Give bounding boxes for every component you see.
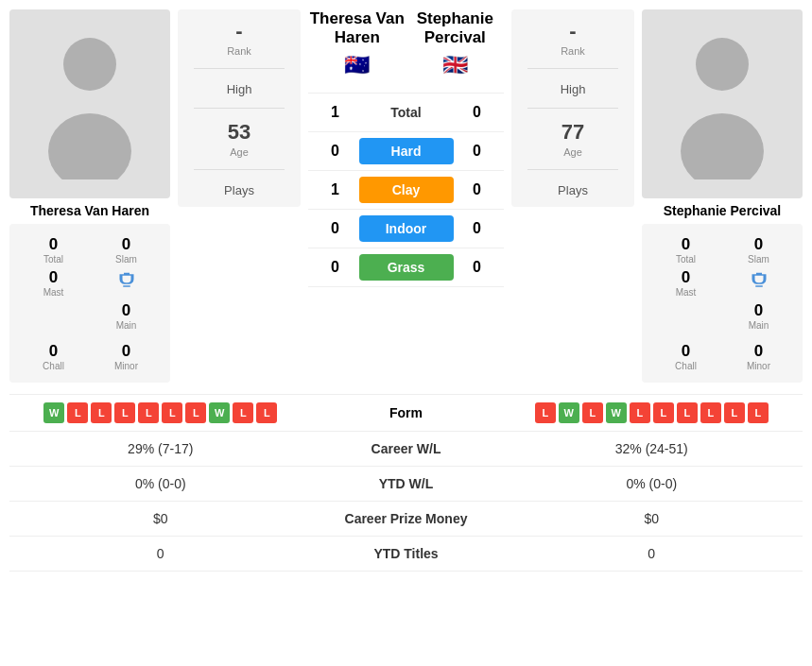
clay-button[interactable]: Clay [359,177,454,203]
prize-label: Career Prize Money [312,511,501,526]
career-wl-row: 29% (7-17) Career W/L 32% (24-51) [9,431,803,466]
form-badge-l: L [724,402,745,423]
ytd-wl-label: YTD W/L [312,476,501,491]
right-trophy [726,268,791,298]
left-flag: 🇦🇺 [308,53,406,77]
svg-point-2 [696,38,749,91]
form-badge-w: W [43,402,64,423]
left-ytd-titles: 0 [9,546,312,561]
hard-row: 0 Hard 0 [308,132,504,171]
form-badge-l: L [233,402,253,423]
form-badge-w: W [606,402,627,423]
form-label: Form [312,405,501,420]
svg-point-3 [681,113,764,179]
hard-button[interactable]: Hard [359,138,454,164]
grass-row: 0 Grass 0 [308,248,504,287]
left-career-wl: 29% (7-17) [9,441,312,456]
right-player-photo [642,9,803,198]
right-stat-chall: 0 Chall [653,342,718,371]
prize-row: $0 Career Prize Money $0 [9,501,803,536]
left-rank-item: - Rank [182,19,296,57]
right-stats-grid-2: 0 Chall 0 Minor [646,336,799,377]
form-badge-l: L [535,402,556,423]
left-rank-divider2 [194,108,285,109]
form-badge-l: L [138,402,159,423]
left-ytd-wl: 0% (0-0) [9,476,312,491]
form-badge-w: W [209,402,230,423]
right-stats-grid: 0 Total 0 Slam 0 Mast [646,230,799,336]
form-badge-l: L [748,402,769,423]
form-badge-l: L [67,402,88,423]
left-prize: $0 [9,511,312,526]
right-high-item: High [516,80,630,96]
svg-point-0 [63,38,116,91]
form-badge-l: L [582,402,603,423]
ytd-titles-row: 0 YTD Titles 0 [9,536,803,572]
right-rank-divider2 [527,108,618,109]
left-player-photo [9,9,170,198]
left-rank-divider [194,68,285,69]
right-age-item: 77 Age [516,120,630,158]
content-wrapper: Theresa Van Haren 0 Total 0 Slam 0 [0,0,812,581]
right-stat-slam: 0 Slam [726,235,791,265]
form-badge-w: W [559,402,579,423]
left-stat-mast: 0 Mast [21,268,86,298]
right-rank-item: - Rank [516,19,630,57]
left-stats-grid: 0 Total 0 Slam 0 Mast [13,230,166,336]
indoor-button[interactable]: Indoor [359,215,454,242]
total-row: 1 Total 0 [308,93,504,132]
right-stat-mast: 0 Mast [653,268,718,298]
form-badge-l: L [114,402,135,423]
bottom-stats: WLLLLLLWLL Form LWLWLLLLLL 29% (7-17) Ca… [9,394,803,572]
right-form-badges: LWLWLLLLLL [501,402,803,423]
right-ytd-titles: 0 [501,546,803,561]
indoor-row: 0 Indoor 0 [308,210,504,248]
right-prize: $0 [501,511,803,526]
form-badge-l: L [677,402,698,423]
left-high-item: High [182,80,296,96]
left-rank-divider3 [194,169,285,170]
form-badge-l: L [630,402,650,423]
right-player-heading: Stephanie Percival [406,9,505,48]
left-stat-total: 0 Total [21,235,86,265]
left-form-badges: WLLLLLLWLL [9,402,312,423]
right-rank-divider3 [527,169,618,170]
form-badge-l: L [700,402,721,423]
left-age-item: 53 Age [182,120,296,158]
left-stat-chall: 0 Chall [21,342,86,371]
main-container: Theresa Van Haren 0 Total 0 Slam 0 [0,0,812,581]
left-player-heading: Theresa Van Haren [308,9,406,48]
form-badge-l: L [256,402,277,423]
svg-point-1 [48,113,131,179]
right-stat-main: 0 Main [726,301,791,331]
right-plays-item: Plays [516,181,630,197]
right-ytd-wl: 0% (0-0) [501,476,803,491]
clay-row: 1 Clay 0 [308,171,504,210]
form-row: WLLLLLLWLL Form LWLWLLLLLL [9,394,803,431]
right-career-wl: 32% (24-51) [501,441,803,456]
form-badge-l: L [653,402,674,423]
grass-button[interactable]: Grass [359,254,454,281]
ytd-titles-label: YTD Titles [312,546,501,561]
form-badge-l: L [162,402,182,423]
right-rank-card: - Rank High 77 Age Plays [511,9,634,207]
right-stat-minor: 0 Minor [726,342,791,371]
form-badge-l: L [91,402,112,423]
right-rank-divider [527,68,618,69]
left-player-name-below: Theresa Van Haren [30,203,149,218]
right-flag: 🇬🇧 [406,53,505,77]
left-stat-minor: 0 Minor [94,342,159,371]
left-trophy [94,268,159,298]
left-plays-item: Plays [182,181,296,197]
left-stat-main: 0 Main [94,301,159,331]
right-stat-total: 0 Total [653,235,718,265]
ytd-wl-row: 0% (0-0) YTD W/L 0% (0-0) [9,466,803,501]
form-badge-l: L [185,402,206,423]
left-stat-slam: 0 Slam [94,235,159,265]
left-rank-card: - Rank High 53 Age Plays [178,9,301,207]
right-player-name-below: Stephanie Percival [664,203,782,218]
career-wl-label: Career W/L [312,441,501,456]
left-stats-grid-2: 0 Chall 0 Minor [13,336,166,377]
